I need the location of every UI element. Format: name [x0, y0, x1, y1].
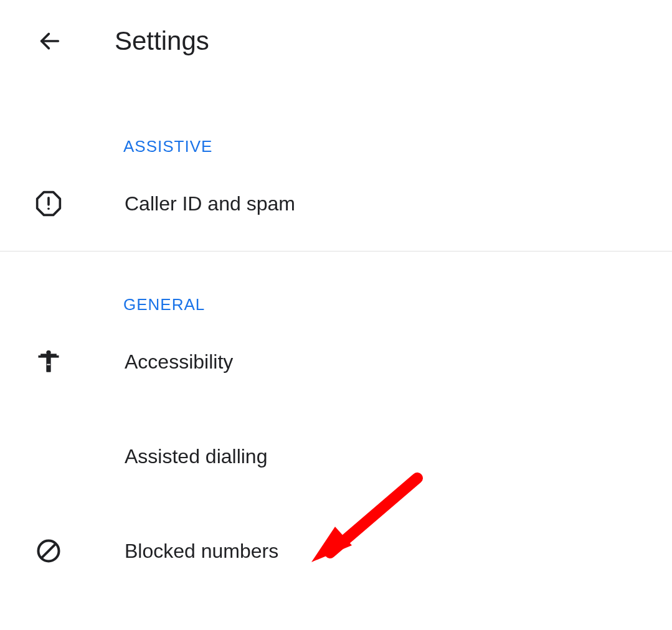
- item-caller-id-spam[interactable]: Caller ID and spam: [0, 156, 672, 251]
- svg-line-9: [41, 543, 56, 558]
- svg-point-3: [47, 207, 50, 210]
- no-icon: [35, 443, 62, 470]
- app-header: Settings: [0, 0, 672, 56]
- section-header-general: GENERAL: [0, 295, 672, 314]
- item-assisted-dialling[interactable]: Assisted dialling: [0, 409, 672, 504]
- item-label: Assisted dialling: [125, 445, 267, 468]
- svg-rect-7: [47, 364, 50, 365]
- item-label: Blocked numbers: [125, 540, 278, 563]
- warning-octagon-icon: [35, 190, 62, 217]
- item-blocked-numbers[interactable]: Blocked numbers: [0, 504, 672, 598]
- back-button[interactable]: [35, 26, 65, 56]
- item-label: Accessibility: [125, 350, 233, 374]
- section-header-assistive: ASSISTIVE: [0, 137, 672, 156]
- accessibility-icon: [35, 348, 62, 375]
- item-accessibility[interactable]: Accessibility: [0, 314, 672, 409]
- back-arrow-icon: [37, 29, 62, 54]
- item-label: Caller ID and spam: [125, 192, 295, 215]
- page-title: Settings: [115, 26, 209, 56]
- block-icon: [35, 537, 62, 565]
- divider: [0, 251, 672, 252]
